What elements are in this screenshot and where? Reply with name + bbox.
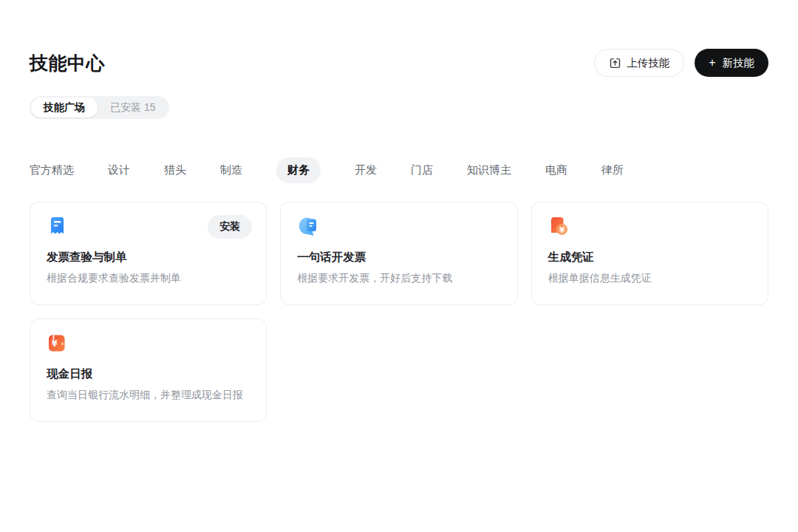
- tab-skill-market[interactable]: 技能广场: [31, 98, 98, 117]
- category-tabs: 官方精选 设计 猎头 制造 财务 开发 门店 知识博主 电商 律所: [30, 157, 768, 183]
- upload-icon: [609, 57, 621, 69]
- skill-card-description: 查询当日银行流水明细，并整理成现金日报: [47, 389, 251, 402]
- upload-skill-button[interactable]: 上传技能: [594, 49, 684, 77]
- skill-card-description: 根据要求开发票，开好后支持下载: [297, 272, 502, 285]
- page-title: 技能中心: [30, 51, 105, 75]
- receipt-blue-icon: [47, 216, 68, 237]
- install-badge[interactable]: 安装: [208, 215, 252, 239]
- category-finance[interactable]: 财务: [276, 157, 321, 183]
- category-manufacturing[interactable]: 制造: [220, 157, 242, 183]
- page-header: 技能中心 上传技能 + 新技能: [30, 49, 768, 77]
- skill-card-title: 现金日报: [47, 366, 251, 382]
- skill-card-title: 发票查验与制单: [47, 250, 251, 265]
- tab-installed[interactable]: 已安装 15: [98, 98, 168, 117]
- market-installed-toggle: 技能广场 已安装 15: [30, 96, 169, 119]
- skill-card-title: 一句话开发票: [297, 250, 502, 265]
- category-knowledge-blogger[interactable]: 知识博主: [467, 157, 511, 183]
- new-skill-label: 新技能: [723, 56, 755, 70]
- skill-card-title: 生成凭证: [548, 250, 753, 265]
- plus-icon: +: [709, 56, 715, 69]
- skill-card-description: 根据单据信息生成凭证: [548, 272, 753, 285]
- category-design[interactable]: 设计: [108, 157, 130, 183]
- category-law-firm[interactable]: 律所: [601, 157, 624, 183]
- skill-card-grid: 安装 发票查验与制单 根据合规要求查验发票并制单: [30, 202, 768, 422]
- skill-card-invoice-verify[interactable]: 安装 发票查验与制单 根据合规要求查验发票并制单: [30, 202, 267, 305]
- document-yen-orange-icon: ¥: [548, 216, 570, 237]
- chat-document-blue-icon: [297, 216, 318, 237]
- category-headhunting[interactable]: 猎头: [164, 157, 186, 183]
- header-actions: 上传技能 + 新技能: [594, 49, 768, 77]
- new-skill-button[interactable]: + 新技能: [695, 49, 768, 77]
- category-official[interactable]: 官方精选: [30, 157, 74, 183]
- category-development[interactable]: 开发: [355, 157, 377, 183]
- svg-text:¥: ¥: [559, 225, 565, 235]
- cash-yen-orange-icon: ¥: [47, 332, 68, 354]
- category-store[interactable]: 门店: [411, 157, 433, 183]
- skill-card-generate-voucher[interactable]: ¥ 生成凭证 根据单据信息生成凭证: [531, 202, 768, 305]
- skill-card-cash-daily-report[interactable]: ¥ 现金日报 查询当日银行流水明细，并整理成现金日报: [30, 318, 267, 422]
- svg-text:¥: ¥: [52, 338, 58, 349]
- skill-center-page: 技能中心 上传技能 + 新技能 技能广场 已安装 15 官方精选 设计: [0, 0, 798, 532]
- upload-skill-label: 上传技能: [627, 56, 669, 70]
- skill-card-description: 根据合规要求查验发票并制单: [47, 272, 251, 285]
- skill-card-one-sentence-invoice[interactable]: 一句话开发票 根据要求开发票，开好后支持下载: [280, 202, 517, 305]
- category-ecommerce[interactable]: 电商: [545, 157, 567, 183]
